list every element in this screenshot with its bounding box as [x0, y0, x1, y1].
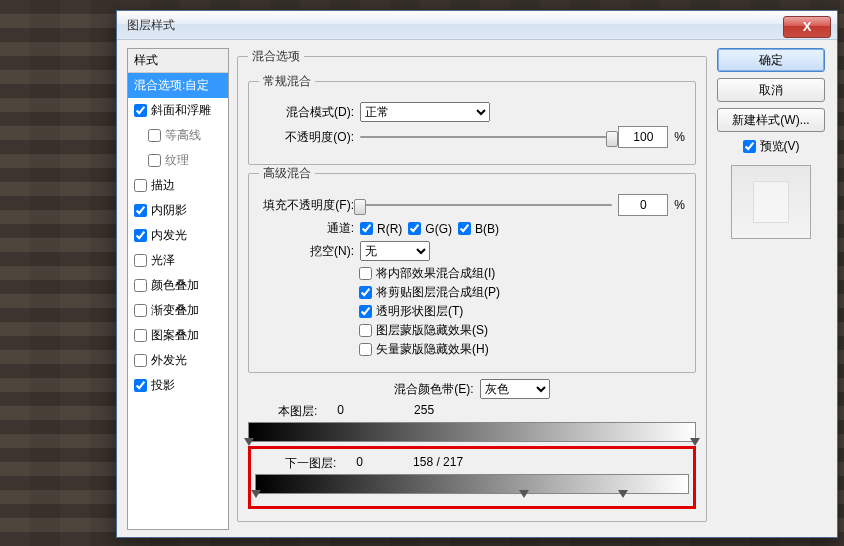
channel-g[interactable]: G(G)	[408, 222, 452, 236]
style-item-4[interactable]: 描边	[128, 173, 228, 198]
style-item-12[interactable]: 投影	[128, 373, 228, 398]
close-button[interactable]: X	[783, 16, 831, 38]
channel-b[interactable]: B(B)	[458, 222, 499, 236]
style-item-11[interactable]: 外发光	[128, 348, 228, 373]
adv-opt-1[interactable]: 将剪贴图层混合成组(P)	[359, 284, 685, 301]
style-item-2[interactable]: 等高线	[128, 123, 228, 148]
blend-band-select[interactable]: 灰色	[480, 379, 550, 399]
style-item-3[interactable]: 纹理	[128, 148, 228, 173]
advanced-blend: 高级混合 填充不透明度(F): % 通道: R(R) G(G) B(B)	[248, 165, 696, 373]
ok-button[interactable]: 确定	[717, 48, 825, 72]
general-blend: 常规混合 混合模式(D): 正常 不透明度(O): %	[248, 73, 696, 165]
new-style-button[interactable]: 新建样式(W)...	[717, 108, 825, 132]
blend-mode-select[interactable]: 正常	[360, 102, 490, 122]
opacity-slider[interactable]	[360, 128, 612, 146]
adv-opt-0[interactable]: 将内部效果混合成组(I)	[359, 265, 685, 282]
preview-checkbox[interactable]: 预览(V)	[743, 138, 800, 155]
this-layer-gradient[interactable]	[248, 422, 696, 442]
style-item-10[interactable]: 图案叠加	[128, 323, 228, 348]
fill-slider[interactable]	[360, 196, 612, 214]
style-item-9[interactable]: 渐变叠加	[128, 298, 228, 323]
adv-opt-4[interactable]: 矢量蒙版隐藏效果(H)	[359, 341, 685, 358]
style-item-1[interactable]: 斜面和浮雕	[128, 98, 228, 123]
adv-opt-2[interactable]: 透明形状图层(T)	[359, 303, 685, 320]
adv-opt-3[interactable]: 图层蒙版隐藏效果(S)	[359, 322, 685, 339]
fill-input[interactable]	[618, 194, 668, 216]
opacity-input[interactable]	[618, 126, 668, 148]
knockout-select[interactable]: 无	[360, 241, 430, 261]
style-item-7[interactable]: 光泽	[128, 248, 228, 273]
channel-r[interactable]: R(R)	[360, 222, 402, 236]
style-item-8[interactable]: 颜色叠加	[128, 273, 228, 298]
styles-panel: 样式 混合选项:自定斜面和浮雕等高线纹理描边内阴影内发光光泽颜色叠加渐变叠加图案…	[127, 48, 229, 530]
blend-mode-label: 混合模式(D):	[259, 104, 354, 121]
style-item-5[interactable]: 内阴影	[128, 198, 228, 223]
preview-swatch	[731, 165, 811, 239]
next-layer-highlight: 下一图层: 0 158 / 217	[248, 446, 696, 509]
style-item-6[interactable]: 内发光	[128, 223, 228, 248]
blend-options: 混合选项 常规混合 混合模式(D): 正常 不透明度(O): % 高级	[237, 48, 707, 522]
blend-legend: 混合选项	[248, 48, 304, 65]
opacity-label: 不透明度(O):	[259, 129, 354, 146]
style-item-0[interactable]: 混合选项:自定	[128, 73, 228, 98]
next-layer-gradient[interactable]	[255, 474, 689, 494]
dialog-title: 图层样式	[117, 17, 783, 34]
cancel-button[interactable]: 取消	[717, 78, 825, 102]
styles-header: 样式	[128, 49, 228, 73]
layer-style-dialog: 图层样式 X 样式 混合选项:自定斜面和浮雕等高线纹理描边内阴影内发光光泽颜色叠…	[116, 10, 838, 538]
titlebar[interactable]: 图层样式 X	[117, 11, 837, 40]
